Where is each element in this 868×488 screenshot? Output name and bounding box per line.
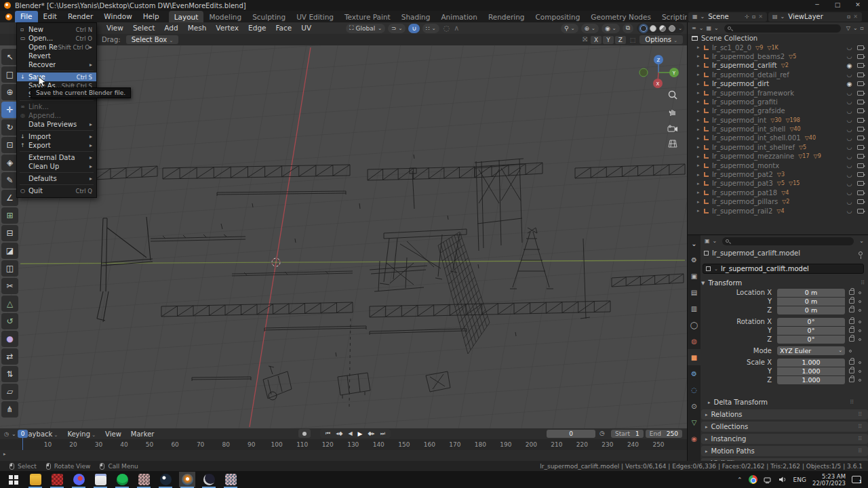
lock-icon[interactable] [849, 299, 854, 304]
expand-icon[interactable]: ▸ [697, 181, 704, 186]
taskbar-file-explorer[interactable] [27, 472, 43, 487]
expand-icon[interactable]: ▸ [697, 72, 704, 77]
expand-icon[interactable]: ▸ [697, 163, 704, 168]
value-field[interactable]: 0 m [777, 298, 845, 306]
taskbar-obs[interactable] [201, 472, 217, 487]
proportional-edit-dropdown[interactable]: ∷⌄ [422, 24, 439, 33]
properties-tab-physics[interactable]: ◌ [688, 382, 701, 398]
properties-search-input[interactable] [722, 237, 854, 245]
file-menu-item-new[interactable]: ▫NewCtrl N [17, 25, 96, 34]
eye-closed-icon[interactable]: ◡ [844, 180, 854, 187]
network-icon[interactable] [764, 476, 772, 483]
file-menu-item-clean-up[interactable]: Clean Up▸ [17, 162, 96, 171]
outliner-row-lr-sc1-02-0[interactable]: ▸lr_sc1_02_0▽9▽1K◡ [688, 43, 868, 52]
shading-rendered-button[interactable] [669, 25, 675, 32]
shading-solid-button[interactable] [650, 25, 656, 32]
animate-dot-icon[interactable] [859, 329, 861, 332]
tool-shear[interactable]: ▱ [1, 384, 18, 400]
outliner-row-lr-supermod-montx[interactable]: ▸lr_supermod_montx◡ [688, 161, 868, 169]
animate-dot-icon[interactable] [859, 291, 861, 294]
pin-icon[interactable] [859, 251, 863, 256]
tool-spin[interactable]: ↺ [1, 313, 18, 329]
tab-shading[interactable]: Shading [396, 11, 436, 22]
camera-visibility-icon[interactable] [857, 136, 864, 140]
outliner-row-lr-supermod-grafside[interactable]: ▸lr_supermod_grafside◡ [688, 106, 868, 115]
camera-visibility-icon[interactable] [857, 172, 864, 177]
value-field[interactable]: 0° [777, 318, 845, 326]
expand-icon[interactable]: ▸ [697, 127, 704, 132]
jump-to-start-button[interactable]: ⏮ [323, 430, 333, 437]
expand-icon[interactable]: ▸ [697, 99, 704, 104]
viewlayer-selector[interactable]: ▤ ⌄ ViewLayer ▫ ✕ [768, 12, 862, 22]
value-field[interactable]: 0 m [777, 306, 845, 314]
value-field[interactable]: 1.000 [777, 359, 845, 367]
section-instancing[interactable]: ▸Instancing⠿ [701, 434, 868, 444]
zoom-tool-icon[interactable] [665, 87, 680, 102]
tab-modeling[interactable]: Modeling [203, 11, 247, 22]
3d-viewport[interactable]: ViewSelectAddMeshVertexEdgeFaceUV ⛶ Glob… [0, 22, 687, 428]
camera-visibility-icon[interactable] [857, 100, 864, 104]
tool-smooth[interactable]: ● [1, 331, 18, 347]
prev-keyframe-button[interactable]: ◂◆ [333, 430, 345, 436]
object-name-field[interactable]: ⌄ lr_supermod_carlift.model [703, 264, 864, 274]
eye-closed-icon[interactable]: ◡ [844, 53, 854, 60]
expand-icon[interactable]: ▸ [697, 63, 704, 68]
eye-closed-icon[interactable]: ◡ [844, 199, 854, 205]
timeline-menu-view[interactable]: View [100, 430, 126, 438]
value-field[interactable]: 0° [777, 327, 845, 335]
expand-icon[interactable]: ▸ [697, 154, 704, 159]
outliner-row-lr-supermod-framework[interactable]: ▸lr_supermod_framework◡ [688, 88, 868, 97]
taskbar-notepad[interactable] [92, 472, 108, 487]
notification-icon[interactable]: 1 [852, 476, 861, 483]
lock-icon[interactable] [849, 337, 854, 342]
blender-menu-icon[interactable] [5, 14, 12, 20]
animate-dot-icon[interactable] [859, 361, 861, 364]
close-button[interactable]: ✕ [848, 0, 868, 11]
expand-icon[interactable]: ▸ [697, 45, 704, 50]
mirror-y-button[interactable]: Y [603, 36, 614, 44]
gizmos-dropdown[interactable]: ⊕⌄ [581, 24, 599, 33]
expand-channels-icon[interactable]: ▸ [3, 451, 6, 457]
file-menu-item-revert[interactable]: Revert [17, 52, 96, 60]
frame-start-field[interactable]: Start 1 [611, 430, 644, 438]
outliner-root-row[interactable]: Scene Collection [688, 34, 868, 43]
camera-visibility-icon[interactable] [857, 54, 864, 59]
overlays-dropdown[interactable]: ◉⌄ [601, 24, 620, 33]
proportional-falloff-icon[interactable]: ◌ [443, 24, 450, 33]
properties-tab-tool[interactable]: ⚙ [688, 251, 701, 268]
camera-visibility-icon[interactable] [857, 118, 864, 123]
expand-icon[interactable]: ▸ [697, 208, 704, 214]
properties-tab-object-data[interactable]: ▽ [688, 414, 701, 430]
language-indicator[interactable]: ENG [793, 476, 806, 483]
current-frame-field[interactable]: 0 [547, 430, 595, 438]
eye-closed-icon[interactable]: ◡ [844, 71, 854, 78]
expand-icon[interactable]: ▸ [697, 136, 704, 141]
file-menu-item-open-recent[interactable]: Open RecentShift Ctrl O▸ [17, 43, 96, 52]
perspective-toggle-icon[interactable] [665, 136, 680, 151]
tab-uv-editing[interactable]: UV Editing [291, 11, 339, 22]
remove-viewlayer-icon[interactable]: ✕ [853, 14, 858, 20]
outliner-row-lr-supermod-detail-ref[interactable]: ▸lr_supermod_detail_ref◡ [688, 70, 868, 79]
animate-dot-icon[interactable] [859, 321, 861, 323]
expand-icon[interactable]: ▸ [697, 81, 704, 87]
camera-visibility-icon[interactable] [857, 199, 864, 204]
tab-sculpting[interactable]: Sculpting [247, 11, 291, 22]
taskbar-spotify[interactable] [114, 472, 130, 487]
properties-tab-output[interactable]: ▤ [688, 284, 701, 300]
camera-visibility-icon[interactable] [857, 63, 864, 68]
tool-bevel[interactable]: ◪ [1, 243, 18, 259]
tool-rip-region[interactable]: ⋔ [1, 401, 18, 418]
eye-closed-icon[interactable]: ◡ [844, 126, 854, 133]
chrome-tray-icon[interactable] [749, 475, 757, 484]
snap-dropdown[interactable]: ⊃⌄ [388, 24, 406, 33]
outliner-row-lr-supermod-pat2[interactable]: ▸lr_supermod_pat2▽3◡ [688, 170, 868, 179]
outliner-search-input[interactable] [724, 24, 841, 33]
viewport-menu-uv[interactable]: UV [296, 22, 316, 34]
file-menu-item-import[interactable]: ↓Import▸ [17, 132, 96, 141]
outliner-row-lr-supermod-grafiti[interactable]: ▸lr_supermod_grafiti◡ [688, 98, 868, 106]
eye-closed-icon[interactable]: ◡ [844, 89, 854, 96]
taskbar-discord[interactable] [71, 472, 87, 487]
mirror-z-button[interactable]: Z [615, 36, 626, 44]
lock-icon[interactable] [849, 308, 854, 312]
camera-visibility-icon[interactable] [857, 45, 864, 50]
